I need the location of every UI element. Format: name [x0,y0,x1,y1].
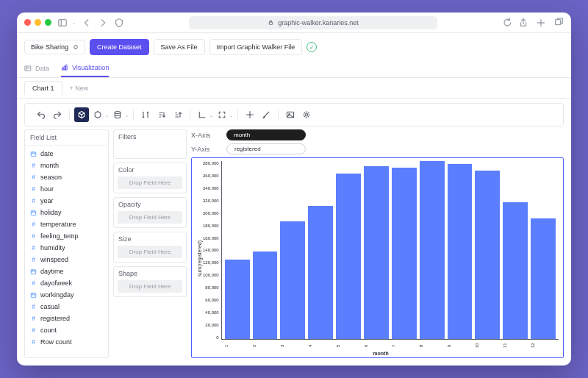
titlebar: ⌄ graphic-walker.kanaries.net [17,13,571,33]
export-image-icon[interactable] [283,107,298,122]
field-item[interactable]: #month [25,160,108,171]
address-bar[interactable]: graphic-walker.kanaries.net [189,16,437,29]
bar[interactable] [531,218,556,339]
redo-icon[interactable] [50,107,65,122]
shape-shelf[interactable]: Shape Drop Field Here [113,266,187,297]
bar[interactable] [392,168,417,339]
save-as-file-button[interactable]: Save As File [154,39,205,55]
svg-rect-0 [59,19,67,26]
color-dropzone[interactable]: Drop Field Here [118,176,182,189]
x-tick: 10 [475,341,500,350]
field-item[interactable]: #temperature [25,218,108,230]
url-text: graphic-walker.kanaries.net [278,19,359,26]
mark-cube-icon[interactable] [74,107,89,122]
import-file-button[interactable]: Import Graphic Walker File [209,39,303,55]
lock-icon [268,19,274,26]
y-tick: 60,000 [205,298,218,302]
filters-shelf[interactable]: Filters [113,129,187,159]
bar[interactable] [448,164,473,339]
svg-rect-29 [31,293,35,297]
field-item[interactable]: holiday [25,207,108,218]
size-dropzone[interactable]: Drop Field Here [118,246,182,258]
field-item[interactable]: #feeling_temp [25,230,108,242]
brush-icon[interactable] [259,107,273,122]
bar[interactable] [225,260,250,339]
y-tick: 80,000 [205,285,218,290]
opacity-shelf[interactable]: Opacity Drop Field Here [113,197,187,228]
y-axis-shelf[interactable]: Y-Axis registered [191,143,564,154]
field-item[interactable]: #Row count [25,336,108,348]
bar[interactable] [420,161,445,339]
shield-icon[interactable] [114,18,124,28]
field-item[interactable]: #winspeed [25,254,108,265]
field-name: Row count [40,338,72,346]
field-item[interactable]: #humidity [25,242,108,254]
tab-visualization[interactable]: Visualization [61,60,109,77]
y-tick: 100,000 [203,273,219,277]
field-item[interactable]: #year [25,195,108,207]
field-item[interactable]: workingday [25,289,108,301]
coordinate-icon[interactable] [243,107,257,122]
x-axis-field-pill[interactable]: month [226,129,306,140]
y-axis-field-pill[interactable]: registered [226,143,306,154]
shape-dropzone[interactable]: Drop Field Here [118,280,182,293]
create-dataset-button[interactable]: Create Dataset [90,39,149,55]
x-axis-shelf[interactable]: X-Axis month [191,129,564,140]
opacity-dropzone[interactable]: Drop Field Here [118,211,182,224]
sort-asc-icon[interactable] [154,107,169,122]
bar[interactable] [280,221,305,339]
number-icon: # [30,245,37,252]
tab-data[interactable]: Data [24,60,49,77]
new-tab-icon[interactable] [536,18,546,28]
axes-toggle-icon[interactable] [195,107,209,122]
field-item[interactable]: #season [25,171,108,183]
field-name: dayofweek [40,279,72,287]
chart-tab-1[interactable]: Chart 1 [24,81,62,95]
field-item[interactable]: date [25,148,108,160]
bar[interactable] [336,174,361,339]
filters-title: Filters [114,130,186,143]
stack-icon[interactable] [110,107,125,122]
maximize-window-icon[interactable] [45,19,51,26]
y-tick: 20,000 [205,323,218,327]
field-name: count [40,327,57,334]
field-item[interactable]: #dayofweek [25,277,108,289]
bar[interactable] [308,206,333,340]
number-icon: # [30,327,37,334]
dataset-select[interactable]: Bike Sharing [24,40,85,54]
field-name: holiday [40,209,62,216]
color-shelf[interactable]: Color Drop Field Here [113,163,187,193]
number-icon: # [30,198,37,204]
tabs-overview-icon[interactable] [553,18,564,28]
field-item[interactable]: #casual [25,301,108,313]
undo-icon[interactable] [34,107,49,122]
add-chart-tab[interactable]: + New [62,82,96,95]
field-item[interactable]: daytime [25,265,108,277]
x-tick: 7 [392,341,417,350]
sidebar-toggle-icon[interactable] [57,18,68,28]
nav-back-icon[interactable] [82,18,92,28]
calendar-icon [30,210,37,216]
sort-desc-icon[interactable] [171,107,185,122]
bar[interactable] [364,166,389,339]
bar[interactable] [475,171,500,339]
nav-forward-icon[interactable] [98,18,108,28]
share-icon[interactable] [518,18,528,28]
encoding-shelves: Filters Color Drop Field Here Opacity Dr… [113,129,187,358]
field-item[interactable]: #registered [25,313,108,324]
status-ok-icon: ✓ [306,42,317,52]
settings-icon[interactable] [299,107,314,122]
field-item[interactable]: #count [25,324,108,336]
mark-auto-icon[interactable] [90,107,105,122]
fit-screen-icon[interactable] [215,107,229,122]
bar[interactable] [503,202,528,339]
bar[interactable] [253,252,278,339]
minimize-window-icon[interactable] [35,19,41,26]
svg-rect-9 [62,68,63,70]
field-item[interactable]: #hour [25,183,108,195]
dropdown-caret-icon[interactable]: ⌄ [72,20,76,25]
size-shelf[interactable]: Size Drop Field Here [113,232,187,263]
close-window-icon[interactable] [24,19,31,26]
transpose-icon[interactable] [138,107,153,122]
reload-icon[interactable] [502,18,512,28]
